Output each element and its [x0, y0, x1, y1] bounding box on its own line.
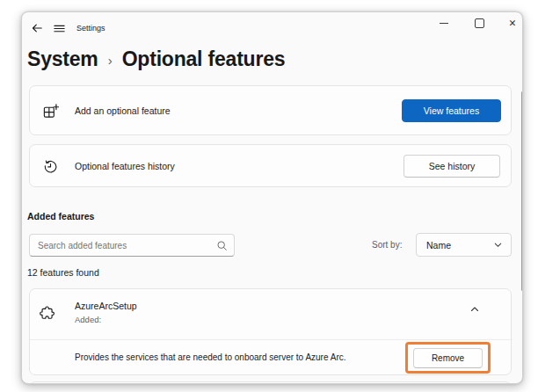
close-icon: ✕	[509, 18, 517, 28]
app-title: Settings	[76, 24, 105, 33]
feature-card-azurearcsetup[interactable]: AzureArcSetup Added: Provides the servic…	[29, 288, 512, 375]
history-label: Optional features history	[75, 161, 175, 171]
sort-dropdown-value: Name	[426, 240, 451, 250]
history-clock-icon	[42, 158, 59, 175]
annotation-highlight-box: Remove	[405, 342, 491, 374]
back-arrow-icon	[31, 22, 43, 34]
minimize-button[interactable]	[432, 14, 456, 32]
history-card: Optional features history See history	[29, 144, 512, 187]
maximize-button[interactable]	[467, 14, 491, 32]
see-history-button[interactable]: See history	[404, 155, 500, 178]
hamburger-icon	[53, 22, 66, 35]
feature-name: AzureArcSetup	[75, 301, 137, 311]
puzzle-piece-icon	[40, 305, 56, 322]
grid-plus-icon	[42, 103, 59, 120]
settings-window: Settings ✕ System › Optional features Ad…	[21, 11, 523, 384]
next-feature-card-edge	[29, 381, 512, 384]
feature-description: Provides the services that are needed to…	[75, 352, 346, 362]
breadcrumb-separator-icon: ›	[108, 53, 113, 68]
feature-added-label: Added:	[75, 315, 101, 324]
breadcrumb-current: Optional features	[122, 47, 286, 71]
chevron-down-icon	[493, 240, 503, 250]
scrollbar-thumb[interactable]	[521, 91, 523, 291]
remove-button[interactable]: Remove	[413, 348, 483, 368]
row-divider	[30, 339, 513, 340]
search-icon	[216, 240, 228, 251]
sort-by-label: Sort by:	[372, 240, 402, 250]
menu-button[interactable]	[49, 20, 69, 36]
breadcrumb-system[interactable]: System	[27, 47, 98, 71]
close-button[interactable]: ✕	[500, 14, 523, 32]
results-count: 12 features found	[27, 267, 99, 278]
breadcrumb: System › Optional features	[27, 47, 285, 71]
chevron-up-icon	[469, 304, 480, 315]
sort-dropdown[interactable]: Name	[416, 233, 512, 257]
add-feature-label: Add an optional feature	[75, 105, 171, 116]
added-features-heading: Added features	[27, 211, 94, 221]
add-feature-card: Add an optional feature View features	[29, 85, 512, 135]
maximize-icon	[475, 18, 484, 28]
view-features-button[interactable]: View features	[402, 99, 501, 122]
back-button[interactable]	[27, 20, 47, 36]
minimize-icon	[440, 23, 448, 24]
collapse-button[interactable]	[464, 299, 485, 320]
search-input[interactable]	[29, 234, 235, 257]
